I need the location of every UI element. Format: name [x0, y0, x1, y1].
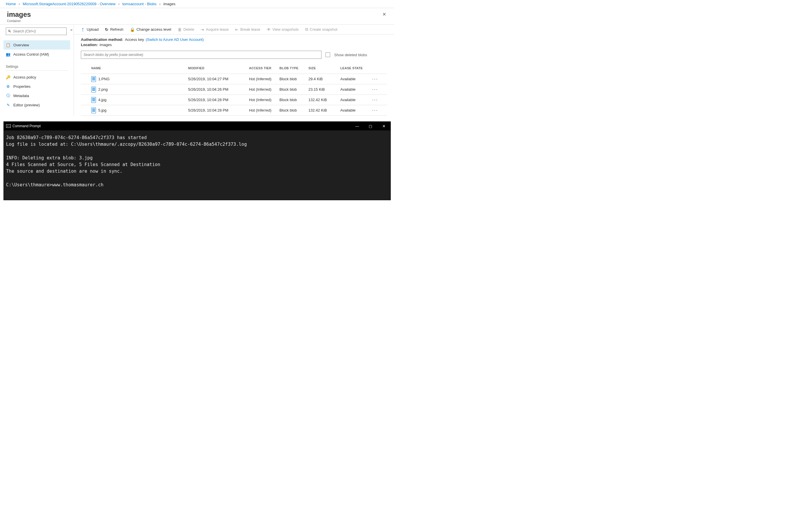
col-size[interactable]: SIZE	[308, 66, 340, 70]
sidebar-item-access-control[interactable]: 👥 Access Control (IAM)	[3, 50, 70, 59]
change-access-button[interactable]: 🔒 Change access level	[130, 27, 171, 32]
chevron-right-icon: ›	[159, 2, 160, 6]
blob-size: 132.42 KiB	[308, 108, 340, 112]
blob-tier: Hot (Inferred)	[249, 98, 279, 102]
key-icon: 🔑	[6, 75, 11, 79]
blob-type: Block blob	[279, 108, 308, 112]
row-more-icon[interactable]: ···	[369, 87, 381, 92]
break-lease-icon: ⇤	[235, 27, 239, 32]
sidebar-item-access-policy[interactable]: 🔑 Access policy	[3, 73, 70, 82]
search-icon: 🔍︎	[8, 29, 11, 33]
sidebar-item-label: Overview	[13, 43, 29, 47]
toolbar-label: Delete	[184, 27, 194, 32]
close-icon[interactable]: ✕	[381, 11, 387, 18]
file-icon	[91, 108, 96, 113]
sidebar-item-label: Editor (preview)	[13, 103, 40, 107]
sidebar-item-label: Properties	[13, 84, 31, 89]
switch-auth-link[interactable]: (Switch to Azure AD User Account)	[146, 37, 204, 42]
people-icon: 👥	[6, 52, 11, 57]
table-row[interactable]: 2.png5/26/2019, 10:04:26 PMHot (Inferred…	[81, 84, 387, 95]
sidebar-item-label: Access Control (IAM)	[13, 52, 49, 57]
blob-size: 132.42 KiB	[308, 98, 340, 102]
toolbar-label: Upload	[87, 27, 98, 32]
cmd-titlebar[interactable]: C:\ Command Prompt — ▢ ✕	[4, 122, 391, 130]
acquire-lease-icon: ⇥	[201, 27, 204, 32]
row-more-icon[interactable]: ···	[369, 107, 381, 113]
blob-table: NAME MODIFIED ACCESS TIER BLOB TYPE SIZE…	[81, 62, 387, 116]
refresh-icon: ↻	[105, 27, 108, 32]
location-label: Location:	[81, 43, 98, 47]
breadcrumb-storage-account[interactable]: Microsoft.StorageAccount-20190526220009 …	[23, 2, 115, 6]
sidebar-item-editor[interactable]: ✎ Editor (preview)	[3, 100, 70, 110]
sidebar-search[interactable]: 🔍︎	[6, 27, 67, 35]
toolbar: ⭡ Upload ↻ Refresh 🔒 Change access level…	[74, 25, 394, 35]
blob-search[interactable]	[81, 51, 321, 59]
cmd-title: Command Prompt	[13, 124, 41, 128]
row-more-icon[interactable]: ···	[369, 97, 381, 103]
show-deleted-label: Show deleted blobs	[334, 53, 367, 57]
auth-method-value: Access key	[125, 37, 144, 42]
cmd-icon: C:\	[6, 124, 11, 128]
row-more-icon[interactable]: ···	[369, 76, 381, 82]
blob-modified: 5/26/2019, 10:04:28 PM	[188, 108, 249, 112]
show-deleted-checkbox[interactable]	[325, 53, 330, 57]
toolbar-label: Change access level	[136, 27, 171, 32]
sidebar-item-metadata[interactable]: ⓘ Metadata	[3, 91, 70, 100]
blob-type: Block blob	[279, 98, 308, 102]
blob-name: 5.jpg	[98, 108, 106, 112]
upload-icon: ⭡	[81, 27, 85, 32]
pencil-icon: ✎	[6, 102, 11, 107]
maximize-button[interactable]: ▢	[364, 122, 377, 130]
sidebar-section-settings: Settings	[6, 64, 68, 71]
file-icon	[91, 76, 96, 82]
refresh-button[interactable]: ↻ Refresh	[105, 27, 124, 32]
table-header: NAME MODIFIED ACCESS TIER BLOB TYPE SIZE…	[81, 62, 387, 74]
chevron-right-icon: ›	[19, 2, 20, 6]
page-subtitle: Container	[7, 19, 31, 23]
breadcrumb-home[interactable]: Home	[6, 2, 16, 6]
collapse-sidebar-icon[interactable]: «	[71, 27, 73, 32]
col-name[interactable]: NAME	[81, 66, 188, 70]
col-lease-state[interactable]: LEASE STATE	[340, 66, 369, 70]
command-prompt-window: C:\ Command Prompt — ▢ ✕ Job 82630a97-c7…	[3, 121, 391, 200]
meta-block: Authentication method: Access key (Switc…	[74, 35, 394, 49]
trash-icon: 🗑	[178, 27, 182, 32]
close-button[interactable]: ✕	[377, 122, 391, 130]
blob-search-input[interactable]	[83, 51, 319, 59]
break-lease-button: ⇤ Break lease	[235, 27, 260, 32]
col-access-tier[interactable]: ACCESS TIER	[249, 66, 279, 70]
auth-method-label: Authentication method:	[81, 37, 123, 42]
col-modified[interactable]: MODIFIED	[188, 66, 249, 70]
chevron-right-icon: ›	[118, 2, 119, 6]
minimize-button[interactable]: —	[351, 122, 364, 130]
sidebar-item-properties[interactable]: ⚙ Properties	[3, 82, 70, 91]
table-row[interactable]: 1.PNG5/26/2019, 10:04:27 PMHot (Inferred…	[81, 74, 387, 84]
content-pane: ⭡ Upload ↻ Refresh 🔒 Change access level…	[74, 25, 394, 116]
properties-icon: ⚙	[6, 84, 11, 89]
sidebar-search-input[interactable]	[13, 29, 64, 33]
lock-icon: 🔒	[130, 27, 135, 32]
toolbar-label: Refresh	[110, 27, 124, 32]
page-title: images	[7, 11, 31, 19]
sidebar-item-overview[interactable]: 📋 Overview	[3, 40, 70, 50]
view-snapshots-button: 👁 View snapshots	[267, 27, 299, 32]
breadcrumb-blobs[interactable]: tomsaccount - Blobs	[122, 2, 156, 6]
blob-modified: 5/26/2019, 10:04:28 PM	[188, 98, 249, 102]
filter-row: Show deleted blobs	[74, 49, 394, 62]
cmd-output[interactable]: Job 82630a97-c789-074c-6274-86a547c2f373…	[4, 130, 391, 200]
blob-tier: Hot (Inferred)	[249, 108, 279, 112]
blob-name: 2.png	[98, 87, 108, 92]
blob-lease: Available	[340, 77, 369, 81]
blob-lease: Available	[340, 87, 369, 92]
info-icon: ⓘ	[6, 93, 11, 98]
blob-lease: Available	[340, 98, 369, 102]
col-blob-type[interactable]: BLOB TYPE	[279, 66, 308, 70]
table-row[interactable]: 5.jpg5/26/2019, 10:04:28 PMHot (Inferred…	[81, 105, 387, 116]
blob-size: 23.15 KiB	[308, 87, 340, 92]
blob-modified: 5/26/2019, 10:04:26 PM	[188, 87, 249, 92]
table-row[interactable]: 4.jpg5/26/2019, 10:04:28 PMHot (Inferred…	[81, 95, 387, 105]
blob-tier: Hot (Inferred)	[249, 77, 279, 81]
acquire-lease-button: ⇥ Acquire lease	[201, 27, 229, 32]
overview-icon: 📋	[6, 43, 11, 47]
upload-button[interactable]: ⭡ Upload	[81, 27, 98, 32]
